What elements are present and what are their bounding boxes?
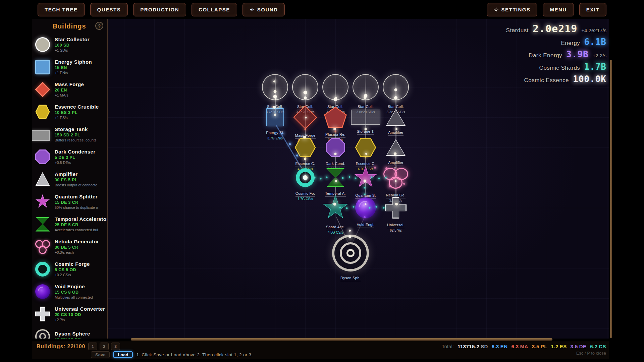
load-button[interactable]: Load [113, 351, 133, 358]
sidebar-item-amplifier[interactable]: Amplifier30 ES 5 PLBoosts output of conn… [32, 168, 107, 190]
button-label: PRODUCTION [140, 7, 179, 12]
particle [371, 177, 373, 178]
item-description: Buffers resources, counts [55, 138, 97, 142]
particle [365, 156, 367, 158]
resource-value: 2.0e219 [533, 23, 577, 35]
resource-value: 3.9B [566, 49, 589, 59]
node-star-coll[interactable] [322, 74, 348, 100]
item-cost: 10 ES 3 PL [55, 110, 99, 115]
node-name: Universal. [387, 223, 405, 228]
sidebar-item-essence-crucible[interactable]: Essence Crucible10 ES 3 PL+1 ES/s [32, 101, 107, 123]
node-energy-si[interactable] [266, 108, 284, 126]
item-description: 50% chance to duplicate o [55, 205, 98, 209]
particle [296, 155, 298, 157]
vertical-scrollbar[interactable] [610, 60, 612, 338]
item-text: Dark Condenser5 DE 3 PL+0.5 DE/s [55, 149, 95, 165]
resource-row-cosmic-essence: Cosmic Essence100.0K [524, 74, 606, 84]
resource-rate: +2.2/s [593, 53, 606, 58]
settings-button[interactable]: SETTINGS [487, 3, 537, 16]
particle [395, 203, 398, 205]
sidebar-item-star-collector[interactable]: Star Collector100 SD+1 SD/s [32, 33, 107, 56]
node-name: Plasma Re. [325, 132, 345, 138]
item-text: Void Engine15 CS 8 ODMultiplies all conn… [55, 284, 93, 299]
sidebar-item-nebula-generator[interactable]: Nebula Generator30 DE 5 CR+0.3/s each [32, 235, 107, 258]
horizontal-scrollbar[interactable] [131, 338, 552, 341]
slot-2-button[interactable]: 2 [100, 343, 109, 350]
item-cost: 20 EN [55, 88, 84, 93]
sidebar-item-mass-forge[interactable]: Mass Forge20 EN+1 MA/s [32, 78, 107, 101]
item-description: +0.5 DE/s [55, 161, 95, 165]
sound-button[interactable]: SOUND [243, 3, 285, 16]
bottombar-left: Buildings: 22/100 123 Save Load 1. Click… [37, 343, 251, 359]
item-text: Mass Forge20 EN+1 MA/s [55, 81, 84, 97]
sidebar-item-universal-converter[interactable]: Universal Converter20 CS 10 OD+2 ?/s [32, 303, 107, 325]
node-nebula-ge[interactable] [383, 167, 408, 189]
item-cost: 50 CS 10 CR [55, 337, 90, 339]
sidebar-title: Buildings [52, 22, 86, 30]
particle [273, 80, 275, 82]
item-cost: 20 CS 10 OD [55, 312, 105, 317]
resource-row-energy: Energy6.1B [561, 37, 607, 47]
save-slots: 123 [88, 343, 120, 350]
resource-rate: +4.2e217/s [581, 27, 606, 33]
save-load-instruction: 1. Click Save or Load above 2. Then clic… [136, 352, 251, 357]
item-text: Essence Crucible10 ES 3 PL+1 ES/s [55, 104, 99, 120]
help-button[interactable]: ? [95, 22, 103, 30]
item-cost: 15 CS 8 OD [55, 290, 93, 295]
node-label: Universal.62.5 ?/s [378, 221, 413, 233]
node-name: Void Engi. [357, 223, 375, 228]
buildings-count: Buildings: 22/100 [37, 344, 85, 350]
total-en: 6.3EN [492, 344, 508, 349]
particle [342, 177, 344, 179]
total-label: Total: [442, 344, 454, 349]
node-name: Dyson Sph. [340, 276, 361, 281]
particle [305, 176, 307, 178]
particle [365, 153, 367, 155]
menu-button[interactable]: MENU [543, 3, 574, 16]
item-name: Dyson Sphere [55, 331, 90, 337]
production-button[interactable]: PRODUCTION [133, 3, 186, 16]
resource-label: Stardust [506, 27, 529, 34]
total-sd: 113715.2SD [458, 344, 488, 349]
resource-label: Cosmic Shards [539, 65, 580, 71]
particle [394, 88, 397, 92]
resource-row-stardust: Stardust2.0e219+4.2e217/s [506, 23, 606, 35]
bottombar-right: Total:113715.2SD6.3EN6.3MA3.5PL1.2ES3.5D… [442, 343, 606, 359]
slot-3-button[interactable]: 3 [111, 343, 120, 350]
item-description: Boosts output of connecte [55, 183, 97, 187]
node-dyson-sph[interactable] [332, 235, 369, 272]
resource-label: Energy [561, 40, 580, 47]
item-name: Energy Siphon [55, 59, 92, 65]
diamond-icon [35, 82, 50, 97]
item-name: Nebula Generator [55, 239, 99, 244]
node-label: Cosmic Fo.1.7G CS/s [288, 190, 323, 201]
quests-button[interactable]: QUESTS [90, 3, 128, 16]
node-storage-t[interactable] [351, 110, 380, 125]
particle [335, 180, 337, 182]
sidebar-item-dark-condenser[interactable]: Dark Condenser5 DE 3 PL+0.5 DE/s [32, 145, 107, 168]
sidebar-item-energy-siphon[interactable]: Energy Siphon15 EN+1 EN/s [32, 56, 107, 78]
item-name: Universal Converter [55, 306, 105, 312]
item-text: Quantum Splitter15 DE 3 CR50% chance to … [55, 194, 98, 209]
sidebar-item-cosmic-forge[interactable]: Cosmic Forge5 CS 5 OD+0.2 CS/s [32, 258, 107, 280]
collapse-button[interactable]: COLLAPSE [192, 3, 237, 16]
resource-value: 1.7B [584, 62, 606, 72]
sidebar-header: Buildings ? [32, 19, 107, 33]
exit-button[interactable]: EXIT [579, 3, 606, 16]
building-list: Star Collector100 SD+1 SD/sEnergy Siphon… [32, 33, 107, 339]
slot-1-button[interactable]: 1 [88, 343, 97, 350]
item-name: Amplifier [55, 171, 97, 177]
node-output: 4.5G CS/s [318, 231, 353, 235]
total-cs: 6.2CS [590, 344, 606, 349]
sidebar-item-void-engine[interactable]: Void Engine15 CS 8 ODMultiplies all conn… [32, 280, 107, 303]
speaker-icon [250, 7, 255, 12]
sidebar-item-storage-tank[interactable]: Storage Tank150 SD 2 PLBuffers resources… [32, 123, 107, 145]
sidebar-item-quantum-splitter[interactable]: Quantum Splitter15 DE 3 CR50% chance to … [32, 190, 107, 213]
sidebar-item-temporal-accelerator[interactable]: Temporal Accelerator25 DE 5 CRAccelerate… [32, 213, 107, 235]
particle [346, 207, 348, 209]
sidebar-item-dyson-sphere[interactable]: Dyson Sphere50 CS 10 CR [32, 325, 107, 339]
save-button[interactable]: Save [91, 351, 110, 358]
tech-tree-button[interactable]: TECH TREE [38, 3, 85, 16]
resource-value: 6.1B [584, 37, 606, 47]
particle [365, 128, 367, 130]
